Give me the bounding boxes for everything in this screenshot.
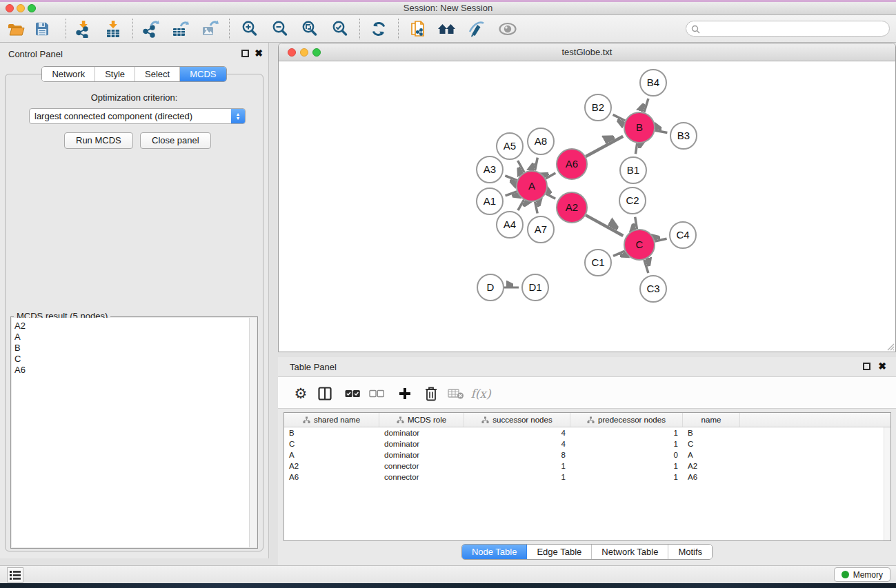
hide-handles-button[interactable] <box>464 17 490 41</box>
fx-icon: f(x) <box>470 387 490 401</box>
table-row[interactable]: Adominator80A <box>284 449 890 460</box>
function-builder-button[interactable]: f(x) <box>467 384 495 403</box>
zoom-out-button[interactable] <box>267 17 293 41</box>
column-header-successor-nodes[interactable]: successor nodes <box>464 413 570 427</box>
tab-network-table[interactable]: Network Table <box>592 545 668 559</box>
minimize-network-button[interactable] <box>300 48 308 57</box>
delete-table-button[interactable] <box>446 384 466 403</box>
graph-edge-A-A1[interactable] <box>506 192 517 196</box>
graph-edge-A-A3[interactable] <box>505 176 517 181</box>
tab-edge-table[interactable]: Edge Table <box>527 545 592 559</box>
mcds-result-item[interactable]: B <box>12 343 257 354</box>
export-image-button[interactable] <box>197 17 223 41</box>
graph-edge-C-C1[interactable] <box>613 251 625 256</box>
table-tabs: Node Table Edge Table Network Table Moti… <box>278 544 896 560</box>
task-history-button[interactable] <box>7 567 23 582</box>
mcds-result-item[interactable]: A6 <box>12 365 257 376</box>
table-row[interactable]: A2connector11A2 <box>284 460 890 472</box>
graph-edge-A-A8[interactable] <box>535 158 538 171</box>
toolbar-separator <box>66 19 66 39</box>
select-all-icon <box>345 389 360 398</box>
graph-edge-A2-C[interactable] <box>586 215 623 236</box>
tab-style[interactable]: Style <box>95 67 135 81</box>
close-window-button[interactable] <box>6 4 14 12</box>
network-canvas[interactable]: B4B2BB3A8A5A6A3B1AA1C2A2A4A7C4CC1C3DD1 <box>279 61 895 352</box>
graph-edge-C-C2[interactable] <box>635 217 637 230</box>
export-table-button[interactable] <box>167 17 193 41</box>
graph-edge-B-B4[interactable] <box>644 99 648 112</box>
table-settings-button[interactable]: ⚙ <box>291 384 310 403</box>
search-input[interactable] <box>703 22 885 35</box>
tab-select[interactable]: Select <box>135 67 180 81</box>
column-visibility-button[interactable] <box>315 384 335 403</box>
zoom-selected-button[interactable] <box>327 17 353 41</box>
tab-node-table[interactable]: Node Table <box>462 545 528 559</box>
memory-button[interactable]: Memory <box>834 567 890 582</box>
cybrowser-home-button[interactable] <box>434 17 460 41</box>
criterion-dropdown[interactable]: largest connected component (directed) ▲… <box>29 108 246 124</box>
table-body: Bdominator41BCdominator41CAdominator80AA… <box>284 427 890 483</box>
zoom-fit-button[interactable] <box>297 17 323 41</box>
mcds-result-item[interactable]: C <box>12 354 257 365</box>
control-panel-title: Control Panel <box>8 49 63 59</box>
graph-node-label: B3 <box>677 130 690 141</box>
graph-edge-A-A7[interactable] <box>535 202 538 214</box>
deselect-all-button[interactable] <box>367 384 386 403</box>
graph-edge-B-B1[interactable] <box>635 143 637 154</box>
zoom-in-button[interactable] <box>237 17 263 41</box>
resize-grip-icon[interactable] <box>885 341 895 351</box>
import-network-button[interactable] <box>70 17 97 41</box>
select-all-button[interactable] <box>343 384 362 403</box>
close-table-panel-button[interactable]: ✖ <box>878 361 886 372</box>
table-scrollbar[interactable] <box>884 427 890 540</box>
export-network-button[interactable] <box>138 17 164 41</box>
app-titlebar: Session: New Session <box>0 2 896 15</box>
result-scrollbar[interactable] <box>249 318 257 547</box>
column-header-shared-name[interactable]: shared name <box>284 413 379 427</box>
mcds-result-list[interactable]: A2ABCA6 <box>12 318 257 547</box>
delete-column-button[interactable] <box>421 384 441 403</box>
graph-edge-A6-B[interactable] <box>586 136 623 156</box>
show-graphics-details-button[interactable] <box>495 17 521 41</box>
run-mcds-button[interactable]: Run MCDS <box>64 132 133 149</box>
network-window-title: testGlobe.txt <box>562 47 613 57</box>
graph-edge-C-C4[interactable] <box>655 239 666 241</box>
control-panel-tabs: Network Style Select MCDS <box>0 66 268 82</box>
graph-edge-A-A2[interactable] <box>546 194 555 199</box>
close-panel-button[interactable]: Close panel <box>140 132 211 149</box>
column-header-predecessor-nodes[interactable]: predecessor nodes <box>570 413 683 427</box>
table-row[interactable]: Bdominator41B <box>284 427 890 438</box>
open-session-file-button[interactable] <box>405 17 431 41</box>
graph-node-label: C4 <box>676 229 689 241</box>
graph-edge-B-B2[interactable] <box>613 114 626 121</box>
float-panel-button[interactable] <box>241 50 249 57</box>
graph-edge-A-A5[interactable] <box>518 161 524 172</box>
table-row[interactable]: A6connector11A6 <box>284 472 890 483</box>
refresh-view-button[interactable] <box>366 17 392 41</box>
column-header-name[interactable]: name <box>683 413 740 427</box>
gear-icon: ⚙ <box>295 385 308 403</box>
graph-edge-B-B3[interactable] <box>655 130 668 132</box>
tab-motifs[interactable]: Motifs <box>668 545 712 559</box>
criterion-value: largest connected component (directed) <box>30 109 231 123</box>
zoom-window-button[interactable] <box>28 4 36 12</box>
mcds-result-item[interactable]: A2 <box>12 321 257 332</box>
column-header-MCDS-role[interactable]: MCDS role <box>379 413 464 427</box>
zoom-network-button[interactable] <box>312 48 321 57</box>
tab-network[interactable]: Network <box>42 67 95 81</box>
graph-edge-A-A4[interactable] <box>518 200 524 210</box>
close-panel-icon-button[interactable]: ✖ <box>255 48 263 59</box>
mcds-result-item[interactable]: A <box>12 332 257 343</box>
import-table-button[interactable] <box>100 17 126 41</box>
open-session-button[interactable] <box>3 17 29 41</box>
table-row[interactable]: Cdominator41C <box>284 438 890 449</box>
float-table-panel-button[interactable] <box>863 363 870 370</box>
add-column-button[interactable] <box>395 384 415 403</box>
save-session-button[interactable] <box>29 17 55 41</box>
graph-edge-A-A6[interactable] <box>546 173 555 179</box>
graph-edge-C-C3[interactable] <box>644 260 648 273</box>
close-network-button[interactable] <box>288 48 296 57</box>
network-window-titlebar[interactable]: testGlobe.txt <box>279 43 895 61</box>
tab-mcds[interactable]: MCDS <box>180 67 226 81</box>
minimize-window-button[interactable] <box>17 4 25 12</box>
